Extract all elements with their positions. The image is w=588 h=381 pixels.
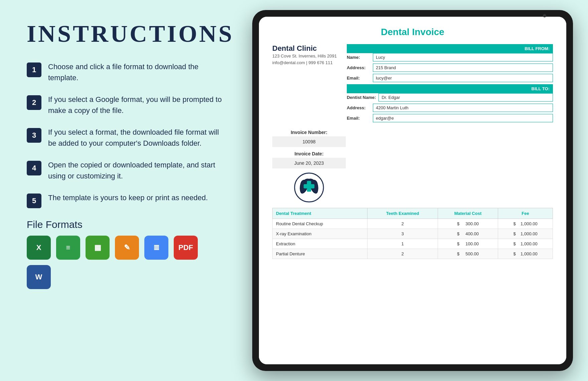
fee: $ 1,000.00 (498, 229, 553, 239)
file-icon-word[interactable]: W (27, 265, 51, 289)
tooth-icon (294, 172, 324, 203)
step-number-3: 3 (27, 128, 41, 143)
dentist-email-input[interactable]: edgar@e (373, 114, 553, 122)
col-teeth: Teeth Examined (368, 208, 438, 219)
treatment-name: X-ray Examination (273, 229, 368, 239)
col-cost: Material Cost (438, 208, 498, 219)
name-label: Name: (347, 55, 370, 60)
invoice-number-label: Invoice Number: (272, 130, 346, 135)
invoice-left-col: Invoice Number: 10098 Invoice Date: June… (272, 130, 346, 203)
table-row: X-ray Examination 3 $ 400.00 $ 1,000.00 (273, 229, 553, 239)
step-3: 3 If you select a format, the downloaded… (27, 127, 224, 149)
table-row: Routine Dental Checkup 2 $ 300.00 $ 1,00… (273, 219, 553, 229)
file-icons-row: X≡▦✎≣PDFW (27, 236, 224, 289)
treatment-name: Partial Denture (273, 249, 368, 259)
dentist-name-input[interactable]: Dr. Edgar (379, 93, 553, 102)
step-5: 5 The template is yours to keep or print… (27, 192, 224, 208)
file-icon-google-docs[interactable]: ≣ (144, 236, 168, 260)
invoice-table: Dental Treatment Teeth Examined Material… (272, 208, 553, 259)
clinic-info: Dental Clinic 123 Cove St. Invernes, Hil… (272, 44, 337, 124)
treatment-name: Routine Dental Checkup (273, 219, 368, 229)
step-2: 2 If you select a Google format, you wil… (27, 94, 224, 116)
teeth-examined: 1 (368, 239, 438, 249)
step-text-1: Choose and click a file format to downlo… (48, 61, 224, 83)
invoice-title: Dental Invoice (272, 27, 553, 37)
material-cost: $ 300.00 (438, 219, 498, 229)
invoice-container: Dental Invoice Dental Clinic 123 Cove St… (259, 17, 566, 364)
fee: $ 1,000.00 (498, 249, 553, 259)
teeth-examined: 2 (368, 219, 438, 229)
file-icon-letter: ≣ (153, 244, 159, 251)
file-formats-label: File Formats (27, 219, 224, 230)
clinic-contact: info@dental.com | 999 676 111 (272, 59, 337, 66)
fee: $ 1,000.00 (498, 219, 553, 229)
invoice-number-value: 10098 (272, 136, 346, 147)
page-title: INSTRUCTIONS (27, 20, 224, 48)
email-row: Email: lucy@er (347, 74, 553, 82)
address-input[interactable]: 215 Brand (373, 64, 553, 72)
step-number-4: 4 (27, 161, 41, 175)
file-formats-section: File Formats X≡▦✎≣PDFW (27, 219, 224, 289)
bill-from-header: BILL FROM: (347, 44, 553, 53)
treatment-name: Extraction (273, 239, 368, 249)
invoice-middle: Invoice Number: 10098 Invoice Date: June… (272, 130, 553, 203)
file-icon-google-sheets[interactable]: ≡ (56, 236, 80, 260)
invoice-date-value: June 20, 2023 (272, 158, 346, 168)
tablet-screen: Dental Invoice Dental Clinic 123 Cove St… (259, 17, 566, 364)
teeth-examined: 2 (368, 249, 438, 259)
dentist-name-label: Dentist Name: (347, 95, 376, 100)
step-number-5: 5 (27, 194, 41, 208)
step-text-2: If you select a Google format, you will … (48, 94, 224, 116)
invoice-top: Dental Clinic 123 Cove St. Invernes, Hil… (272, 44, 553, 124)
dentist-address-input[interactable]: 4200 Martin Luth (373, 104, 553, 112)
clinic-address: 123 Cove St. Invernes, Hills 2091 (272, 53, 337, 59)
invoice-date-label: Invoice Date: (272, 151, 346, 156)
step-4: 4 Open the copied or downloaded template… (27, 159, 224, 181)
clinic-name: Dental Clinic (272, 44, 337, 53)
step-text-5: The template is yours to keep or print a… (48, 192, 208, 203)
material-cost: $ 500.00 (438, 249, 498, 259)
address-row: Address: 215 Brand (347, 64, 553, 72)
dentist-address-label: Address: (347, 105, 370, 110)
step-1: 1 Choose and click a file format to down… (27, 61, 224, 83)
dentist-email-row: Email: edgar@e (347, 114, 553, 122)
teeth-examined: 3 (368, 229, 438, 239)
file-icon-excel[interactable]: X (27, 236, 51, 260)
address-label: Address: (347, 65, 370, 70)
file-icon-pdf[interactable]: PDF (174, 236, 198, 260)
bill-from-section: BILL FROM: Name: Lucy Address: 215 Brand… (347, 44, 553, 124)
email-label: Email: (347, 76, 370, 81)
dentist-address-row: Address: 4200 Martin Luth (347, 104, 553, 112)
tablet-device: Dental Invoice Dental Clinic 123 Cove St… (252, 10, 573, 371)
file-icon-letter: X (36, 244, 41, 251)
step-text-4: Open the copied or downloaded template, … (48, 159, 224, 181)
steps-list: 1 Choose and click a file format to down… (27, 61, 224, 208)
file-icon-pages[interactable]: ✎ (115, 236, 139, 260)
col-treatment: Dental Treatment (273, 208, 368, 219)
fee: $ 1,000.00 (498, 239, 553, 249)
file-icon-numbers[interactable]: ▦ (86, 236, 110, 260)
name-row: Name: Lucy (347, 53, 553, 61)
file-icon-letter: ✎ (124, 244, 130, 251)
invoice-table-body: Routine Dental Checkup 2 $ 300.00 $ 1,00… (273, 219, 553, 259)
right-panel: Dental Invoice Dental Clinic 123 Cove St… (237, 0, 588, 381)
dentist-name-row: Dentist Name: Dr. Edgar (347, 93, 553, 102)
tooth-icon-container (272, 172, 346, 203)
file-icon-letter: W (35, 273, 42, 281)
file-icon-letter: ≡ (66, 244, 70, 251)
dentist-email-label: Email: (347, 116, 370, 121)
file-icon-letter: ▦ (94, 244, 101, 251)
table-row: Extraction 1 $ 100.00 $ 1,000.00 (273, 239, 553, 249)
material-cost: $ 400.00 (438, 229, 498, 239)
bill-to-header: BILL TO: (347, 84, 553, 93)
col-fee: Fee (498, 208, 553, 219)
email-input[interactable]: lucy@er (373, 74, 553, 82)
step-number-1: 1 (27, 62, 41, 77)
step-text-3: If you select a format, the downloaded f… (48, 127, 224, 149)
step-number-2: 2 (27, 95, 41, 110)
svg-rect-2 (304, 184, 314, 188)
file-icon-letter: PDF (178, 244, 193, 251)
table-row: Partial Denture 2 $ 500.00 $ 1,000.00 (273, 249, 553, 259)
material-cost: $ 100.00 (438, 239, 498, 249)
name-input[interactable]: Lucy (373, 53, 553, 61)
